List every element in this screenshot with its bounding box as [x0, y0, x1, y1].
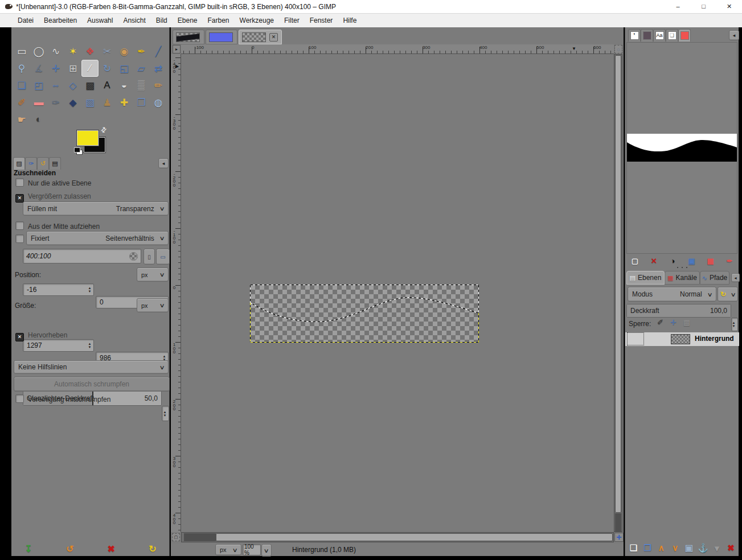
tool-shear[interactable]: ▱: [133, 60, 150, 77]
tool-fuzzy-select[interactable]: ✶: [64, 43, 81, 60]
tool-align[interactable]: ⊞: [64, 60, 81, 77]
tool-paths[interactable]: ✒: [133, 43, 150, 60]
vertical-scrollbar-thumb[interactable]: [615, 55, 621, 513]
horizontal-scrollbar-trough[interactable]: [184, 533, 216, 541]
tool-color-picker[interactable]: ╱: [150, 43, 167, 60]
menu-item[interactable]: Farben: [203, 14, 235, 27]
tool-heal[interactable]: ✚: [116, 94, 133, 111]
tool-cage-transform[interactable]: ◇: [64, 77, 81, 94]
selection-to-path-button[interactable]: ▩: [704, 256, 717, 266]
new-layer-button[interactable]: ❏: [627, 541, 640, 555]
tab-tool-options[interactable]: ▨: [13, 157, 25, 170]
tool-free-select[interactable]: ∿: [47, 43, 64, 60]
tool-crop[interactable]: ∕: [81, 60, 99, 77]
horizontal-scrollbar[interactable]: [181, 532, 614, 542]
menu-item[interactable]: Bearbeiten: [39, 14, 82, 27]
visibility-cell[interactable]: [628, 333, 643, 345]
shrink-merged-checkbox[interactable]: [15, 394, 24, 403]
tool-scale[interactable]: ◱: [116, 60, 133, 77]
position-x-input[interactable]: -16 ▲▼: [23, 283, 94, 296]
clear-icon[interactable]: [129, 252, 138, 261]
highlight-opacity-spinner[interactable]: ▲▼: [162, 406, 169, 421]
lower-layer-button[interactable]: ∨: [669, 541, 682, 555]
tool-gradient[interactable]: ▒: [133, 77, 150, 94]
new-group-button[interactable]: ❐: [641, 541, 654, 555]
fill-with-dropdown[interactable]: Füllen mit Transparenz ∨: [23, 201, 169, 216]
lock-alpha-icon[interactable]: ▩: [683, 318, 690, 327]
quick-mask-toggle[interactable]: ▢: [172, 533, 180, 541]
delete-layer-button[interactable]: ✖: [724, 541, 737, 555]
patterns-tab[interactable]: [641, 29, 653, 42]
reset-tool-options-button[interactable]: ↻: [146, 542, 159, 555]
minimize-button[interactable]: –: [665, 0, 691, 13]
layer-opacity-slider[interactable]: Deckkraft 100,0: [626, 304, 731, 318]
vertical-scrollbar[interactable]: [614, 54, 622, 532]
menu-item[interactable]: Datei: [13, 14, 39, 27]
restore-tool-options-button[interactable]: ↺: [63, 542, 77, 555]
image-tab-blue[interactable]: [206, 30, 237, 44]
tool-3d-transform[interactable]: ⇔: [47, 77, 64, 94]
menu-item[interactable]: Ebene: [173, 14, 203, 27]
foreground-color-swatch[interactable]: [76, 130, 99, 146]
zoom-level-input[interactable]: 100 %: [243, 544, 261, 555]
canvas-image[interactable]: [251, 285, 478, 342]
horizontal-ruler[interactable]: -1000100200300400500600: [181, 44, 614, 54]
anchor-layer-button[interactable]: ⚓: [696, 541, 710, 555]
spinner-arrows[interactable]: ▲▼: [87, 340, 93, 351]
selection-editor-tab[interactable]: [678, 29, 691, 42]
tool-warp-transform[interactable]: ▩: [81, 77, 99, 94]
tool-measure[interactable]: ∡: [30, 60, 47, 77]
save-tool-options-button[interactable]: ↧: [22, 542, 35, 555]
tool-rotate[interactable]: ↻: [99, 60, 116, 77]
tool-paintbrush[interactable]: ✐: [13, 94, 30, 111]
spinner-arrows[interactable]: ▲▼: [87, 284, 93, 295]
portrait-orientation-button[interactable]: ▯: [144, 249, 155, 265]
ruler-corner-menu-button[interactable]: ▸: [173, 45, 181, 53]
invert-selection-button[interactable]: ◑: [666, 256, 679, 266]
autoshrink-button[interactable]: Automatisch schrumpfen: [14, 377, 170, 392]
tool-ellipse-select[interactable]: ◯: [30, 43, 47, 60]
lock-position-icon[interactable]: ✛: [670, 318, 677, 327]
tab-paths[interactable]: ∿ Pfade: [700, 271, 729, 285]
mode-group-dropdown[interactable]: ↻ ∨: [718, 287, 738, 302]
tab-pointer[interactable]: ▤: [49, 157, 61, 170]
tool-select-by-color[interactable]: ❖: [81, 43, 99, 60]
tool-pencil[interactable]: ✏: [150, 77, 167, 94]
maximize-button[interactable]: □: [691, 0, 716, 13]
tool-perspective-clone[interactable]: ❐: [133, 94, 150, 111]
tab-layers[interactable]: ▤ Ebenen: [626, 271, 665, 285]
raise-layer-button[interactable]: ∧: [655, 541, 668, 555]
tool-clone[interactable]: ♟: [99, 94, 116, 111]
position-unit-dropdown[interactable]: px ∨: [137, 267, 169, 282]
tool-rectangle-select[interactable]: ▭: [13, 43, 30, 60]
tool-handle-transform[interactable]: ◰: [30, 77, 47, 94]
layer-row[interactable]: Hintergrund: [625, 332, 739, 346]
select-none-button[interactable]: ✕: [647, 256, 660, 266]
document-history-tab[interactable]: ❏: [666, 29, 678, 42]
image-tab-wave[interactable]: [173, 30, 204, 44]
select-all-button[interactable]: ▢: [629, 256, 641, 266]
tool-flip[interactable]: ⇄: [150, 60, 167, 77]
save-to-channel-button[interactable]: ▣: [686, 256, 698, 266]
merge-down-button[interactable]: ▼: [711, 541, 724, 555]
tool-eraser[interactable]: ▬: [30, 94, 47, 111]
tab-device-status[interactable]: ✑: [25, 157, 37, 170]
spinner-arrows[interactable]: ▲▼: [731, 318, 737, 331]
tool-move[interactable]: ✛: [47, 60, 64, 77]
tab-channels[interactable]: ▦ Kanäle: [665, 271, 700, 285]
tool-unified-transform[interactable]: ❏: [13, 77, 30, 94]
menu-item[interactable]: Hilfe: [338, 14, 362, 27]
duplicate-layer-button[interactable]: ▣: [683, 541, 696, 555]
menu-item[interactable]: Fenster: [305, 14, 338, 27]
layer-mode-dropdown[interactable]: Modus Normal ∨: [628, 287, 716, 302]
size-unit-dropdown[interactable]: px ∨: [137, 298, 169, 312]
fonts-tab[interactable]: Aa: [653, 29, 666, 42]
zoom-dropdown-button[interactable]: ∨: [261, 544, 272, 557]
tool-bucket-fill[interactable]: ◒: [116, 77, 133, 94]
collapse-panel-button[interactable]: ◂: [158, 158, 169, 168]
tool-dodge-burn[interactable]: ◐: [30, 111, 47, 128]
guides-dropdown[interactable]: Keine Hilfslinien ∨: [14, 360, 169, 374]
collapse-dock-button[interactable]: ◂: [729, 30, 739, 40]
menu-item[interactable]: Filter: [279, 14, 305, 27]
aspect-ratio-input[interactable]: 400:100: [23, 249, 141, 263]
